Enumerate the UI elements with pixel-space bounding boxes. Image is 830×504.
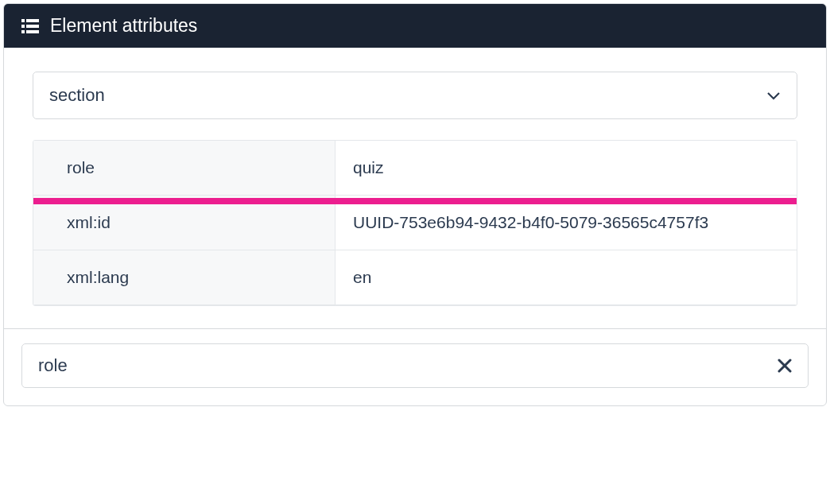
- attribute-value: en: [335, 250, 797, 304]
- attribute-key: xml:id: [33, 196, 335, 250]
- svg-rect-1: [26, 19, 39, 22]
- attributes-table: rolequizxml:idUUID-753e6b94-9432-b4f0-50…: [33, 140, 797, 306]
- clear-icon[interactable]: [778, 355, 792, 376]
- element-select-wrap: section: [33, 72, 797, 119]
- list-icon: [21, 19, 39, 33]
- element-select[interactable]: section: [33, 72, 797, 119]
- attribute-value: quiz: [335, 141, 797, 195]
- svg-rect-0: [21, 19, 25, 22]
- attribute-key: role: [33, 141, 335, 195]
- panel-footer: [4, 329, 826, 405]
- attribute-value: UUID-753e6b94-9432-b4f0-5079-36565c4757f…: [335, 196, 797, 250]
- table-row[interactable]: xml:idUUID-753e6b94-9432-b4f0-5079-36565…: [33, 196, 797, 250]
- panel-body: section rolequizxml:idUUID-753e6b94-9432…: [4, 48, 826, 328]
- element-attributes-panel: Element attributes section rolequizxml:i…: [3, 3, 827, 406]
- filter-input[interactable]: [38, 355, 778, 376]
- svg-rect-5: [26, 30, 39, 33]
- filter-input-container[interactable]: [21, 343, 809, 388]
- chevron-down-icon: [766, 91, 781, 100]
- svg-rect-2: [21, 25, 25, 28]
- svg-rect-4: [21, 30, 25, 33]
- attribute-key: xml:lang: [33, 250, 335, 304]
- table-row[interactable]: xml:langen: [33, 250, 797, 305]
- table-row[interactable]: rolequiz: [33, 141, 797, 196]
- svg-rect-3: [26, 25, 39, 28]
- panel-header: Element attributes: [4, 4, 826, 48]
- element-select-value: section: [49, 85, 105, 106]
- panel-title: Element attributes: [50, 15, 197, 37]
